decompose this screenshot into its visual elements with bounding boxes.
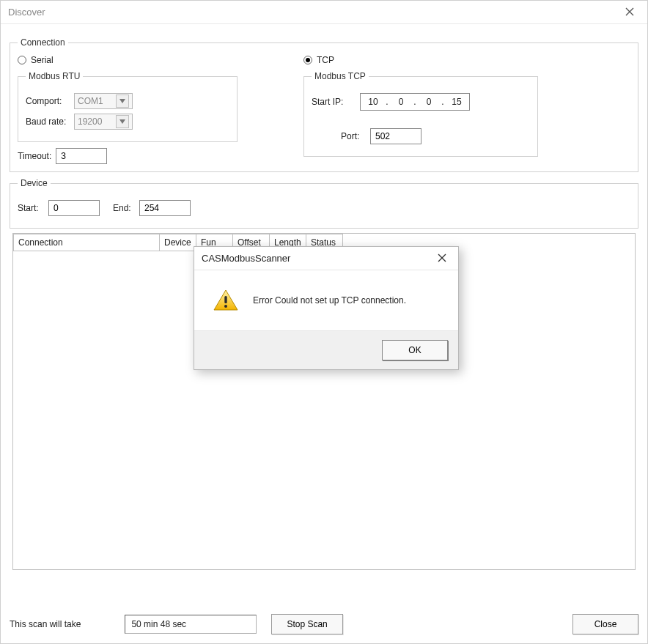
comport-select[interactable]: COM1 [74, 93, 133, 109]
baud-value: 19200 [78, 116, 113, 127]
timeout-input[interactable] [56, 148, 107, 164]
modbus-tcp-group: Modbus TCP Start IP: 10. 0. 0. 15 Port: [303, 71, 538, 157]
dialog-title: CASModbusScanner [202, 253, 290, 264]
baud-select[interactable]: 19200 [74, 114, 133, 130]
dialog-ok-button[interactable]: OK [382, 340, 448, 360]
radio-icon [303, 56, 312, 64]
modbus-rtu-legend: Modbus RTU [26, 71, 83, 81]
dialog-body: Error Could not set up TCP connection. [194, 270, 458, 330]
connection-legend: Connection [18, 37, 68, 48]
device-legend: Device [18, 178, 51, 188]
connection-group: Connection Serial Modbus RTU Comport: CO… [10, 37, 638, 172]
modbus-rtu-group: Modbus RTU Comport: COM1 Baud rate: 192 [18, 71, 238, 142]
chevron-down-icon [116, 95, 129, 108]
scan-time-readout: 50 min 48 sec [125, 615, 257, 634]
timeout-label: Timeout: [18, 151, 51, 161]
close-button[interactable]: Close [572, 614, 638, 634]
dialog-message: Error Could not set up TCP connection. [253, 295, 406, 306]
dialog-footer: OK [194, 330, 458, 369]
device-group: Device Start: End: [10, 178, 638, 229]
window-title: Discover [8, 7, 45, 18]
ip-octet-2: 0 [393, 97, 409, 107]
modbus-tcp-legend: Modbus TCP [312, 71, 369, 81]
tcp-radio-label: TCP [317, 55, 334, 65]
baud-label: Baud rate: [26, 116, 70, 127]
startip-label: Start IP: [312, 97, 356, 107]
chevron-down-icon [116, 115, 129, 128]
ip-octet-1: 10 [365, 97, 381, 107]
port-input[interactable] [370, 128, 421, 144]
device-start-input[interactable] [48, 200, 100, 216]
svg-point-1 [224, 305, 227, 308]
discover-window: Discover Connection Serial Modbus RTU Co… [0, 0, 648, 644]
titlebar: Discover [1, 1, 647, 24]
error-dialog: CASModbusScanner Error Could not set up … [194, 246, 459, 370]
device-end-input[interactable] [139, 200, 191, 216]
warning-icon [213, 289, 238, 311]
serial-radio[interactable]: Serial [18, 55, 238, 65]
footer-row: This scan will take 50 min 48 sec Stop S… [10, 614, 638, 634]
svg-rect-0 [224, 296, 227, 303]
comport-label: Comport: [26, 96, 70, 106]
device-end-label: End: [113, 203, 135, 213]
comport-value: COM1 [78, 96, 113, 106]
ip-octet-4: 15 [449, 97, 465, 107]
startip-input[interactable]: 10. 0. 0. 15 [360, 93, 470, 111]
port-label: Port: [341, 131, 366, 141]
stop-scan-button[interactable]: Stop Scan [271, 614, 342, 634]
scan-will-take-label: This scan will take [10, 619, 81, 629]
device-start-label: Start: [18, 203, 44, 213]
col-connection[interactable]: Connection [13, 234, 160, 251]
window-close-button[interactable] [619, 3, 640, 22]
dialog-titlebar: CASModbusScanner [194, 247, 458, 270]
dialog-close-button[interactable] [433, 249, 451, 267]
col-device[interactable]: Device [160, 234, 196, 251]
serial-radio-label: Serial [31, 55, 54, 65]
tcp-radio[interactable]: TCP [303, 55, 538, 65]
radio-icon [18, 56, 26, 64]
ip-octet-3: 0 [421, 97, 437, 107]
